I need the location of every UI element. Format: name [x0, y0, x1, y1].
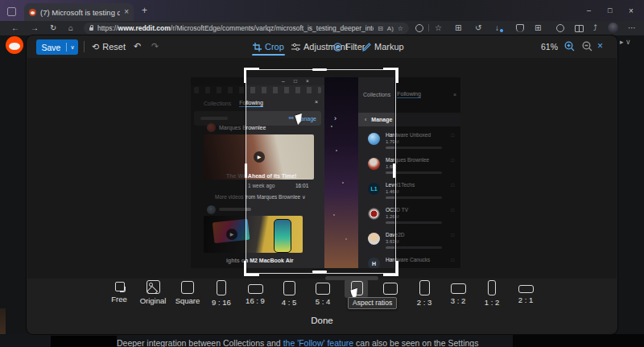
save-dropdown-icon[interactable]: ∨	[67, 44, 78, 51]
aspect-label: 2 : 3	[409, 298, 440, 307]
crop-rectangle[interactable]	[246, 69, 396, 274]
tab-crop-label: Crop	[265, 42, 284, 52]
browser-tab[interactable]: (7) Microsoft is testing deeper in... ×	[24, 3, 134, 21]
ratio-5-4-icon	[316, 283, 330, 295]
url-domain: www.reddit.com	[118, 24, 171, 32]
crop-handle-bottom[interactable]	[312, 271, 327, 273]
crop-handle-top-right[interactable]	[383, 68, 398, 83]
tab-markup[interactable]: Markup	[362, 39, 404, 54]
reset-icon: ⟲	[92, 42, 99, 52]
aspect-label: Original	[138, 296, 168, 305]
aspect-label: 2 : 1	[510, 295, 541, 304]
forward-button[interactable]: →	[31, 23, 39, 33]
bottom-text-pre: Deeper integration between Collections a…	[117, 338, 283, 347]
aspect-label: Free	[104, 295, 134, 304]
collections-icon[interactable]: ⊞	[455, 23, 461, 32]
subreddit-logo	[6, 36, 23, 54]
window-minimize-button[interactable]: –	[587, 6, 591, 14]
editor-close-icon[interactable]: ×	[597, 40, 603, 52]
profile-avatar[interactable]	[608, 23, 618, 33]
address-input[interactable]: https://www.reddit.com/r/MicrosoftEdge/c…	[84, 23, 409, 34]
aspect-label: 16 : 9	[240, 296, 270, 305]
done-button[interactable]: Done	[299, 316, 345, 328]
redo-icon[interactable]: ↷	[151, 41, 159, 51]
aspect-1-2[interactable]: 1 : 2	[477, 280, 507, 311]
aspect-5-4[interactable]: 5 : 4	[308, 280, 338, 311]
share-icon[interactable]: ⤴	[593, 23, 597, 32]
original-image-icon	[147, 280, 160, 294]
tab-crop[interactable]: Crop	[253, 39, 284, 54]
aspect-label: 3 : 2	[443, 296, 473, 305]
history-icon[interactable]: ↺	[475, 23, 481, 32]
url-text: https://www.reddit.com/r/MicrosoftEdge/c…	[97, 24, 374, 32]
window-maximize-button[interactable]: □	[608, 6, 612, 14]
reset-button[interactable]: ⟲ Reset	[92, 40, 126, 53]
ratio-16-9-icon	[248, 284, 263, 294]
extension-icon[interactable]	[415, 24, 423, 32]
split-screen-icon[interactable]	[575, 25, 584, 32]
page-image-fragment	[0, 308, 6, 334]
chevron-down-icon: ∨	[625, 38, 631, 46]
shield-icon[interactable]	[516, 24, 524, 32]
aspect-label: 1 : 2	[477, 298, 507, 307]
back-button[interactable]: ←	[11, 23, 19, 33]
crop-dim-left	[191, 77, 246, 268]
add-favorite-icon[interactable]: ☆	[398, 25, 403, 32]
crop-handle-top-left[interactable]	[244, 68, 259, 83]
aspect-label: 4 : 5	[274, 298, 304, 307]
aspect-2-1[interactable]: 2 : 1	[510, 280, 541, 311]
read-aloud-icon[interactable]: A)	[387, 25, 394, 32]
toolbar-divider	[428, 24, 429, 31]
aspect-3-2[interactable]: 3 : 2	[443, 280, 473, 311]
tab-crop-underline	[252, 54, 285, 56]
save-button[interactable]: Save ∨	[36, 39, 78, 55]
aspect-2-3[interactable]: 2 : 3	[409, 280, 440, 311]
apps-grid-icon[interactable]: ⊞	[535, 23, 541, 32]
aspect-9-16[interactable]: 9 : 16	[206, 280, 237, 311]
aspect-4-5[interactable]: 4 : 5	[274, 280, 304, 311]
downloads-icon[interactable]: ↓	[495, 23, 499, 32]
settings-more-icon[interactable]: ⋯	[628, 23, 636, 32]
undo-icon[interactable]: ↶	[134, 41, 141, 51]
crop-handle-bottom-right[interactable]	[383, 261, 398, 276]
aspect-original[interactable]: Original	[138, 280, 168, 311]
page-bottom-text: Deeper integration between Collections a…	[117, 338, 478, 347]
tab-strip: (7) Microsoft is testing deeper in... × …	[0, 0, 644, 21]
page-bottom-image	[51, 336, 117, 347]
aspect-16-9[interactable]: 16 : 9	[240, 280, 270, 311]
tab-close-icon[interactable]: ×	[124, 8, 129, 16]
tab-filter[interactable]: Filter	[333, 39, 365, 54]
new-tab-button[interactable]: +	[142, 6, 147, 14]
browser-window: (7) Microsoft is testing deeper in... × …	[0, 0, 644, 347]
ratio-3-2-icon	[451, 283, 466, 294]
crop-dim-right	[394, 77, 460, 268]
window-close-button[interactable]: ×	[629, 6, 634, 15]
crop-handle-bottom-left[interactable]	[244, 261, 259, 276]
favorites-icon[interactable]: ☆	[435, 23, 442, 32]
ratio-2-1-icon	[518, 285, 534, 293]
zoom-in-icon[interactable]	[564, 41, 575, 52]
save-label: Save	[36, 43, 66, 52]
free-crop-icon	[114, 280, 126, 292]
follow-feature-link[interactable]: the 'Follow' feature	[283, 338, 353, 347]
aspect-label: 9 : 16	[206, 298, 237, 307]
crop-handle-left[interactable]	[245, 163, 247, 178]
home-button[interactable]: ⌂	[68, 23, 73, 33]
tab-title: (7) Microsoft is testing deeper in...	[40, 8, 120, 17]
crop-icon	[253, 43, 262, 52]
ratio-4-5-icon	[283, 281, 295, 295]
crop-handle-top[interactable]	[312, 68, 327, 71]
url-prefix: https://	[97, 24, 118, 32]
aspect-free[interactable]: Free	[104, 280, 134, 311]
browser-essentials-icon[interactable]	[556, 24, 564, 32]
refresh-button[interactable]: ↻	[50, 23, 56, 33]
zoom-out-icon[interactable]	[582, 41, 592, 52]
page-bottom-image-right	[513, 334, 644, 347]
aspect-square[interactable]: Square	[172, 280, 203, 311]
tab-actions-icon[interactable]	[7, 7, 16, 16]
split-tab-icon[interactable]: ⊟	[378, 25, 383, 32]
aspect-label: Square	[172, 296, 203, 305]
bottom-text-post: can also be seen on the Settings	[353, 338, 478, 347]
adjustment-icon	[291, 43, 300, 52]
crop-handle-right[interactable]	[393, 163, 395, 178]
